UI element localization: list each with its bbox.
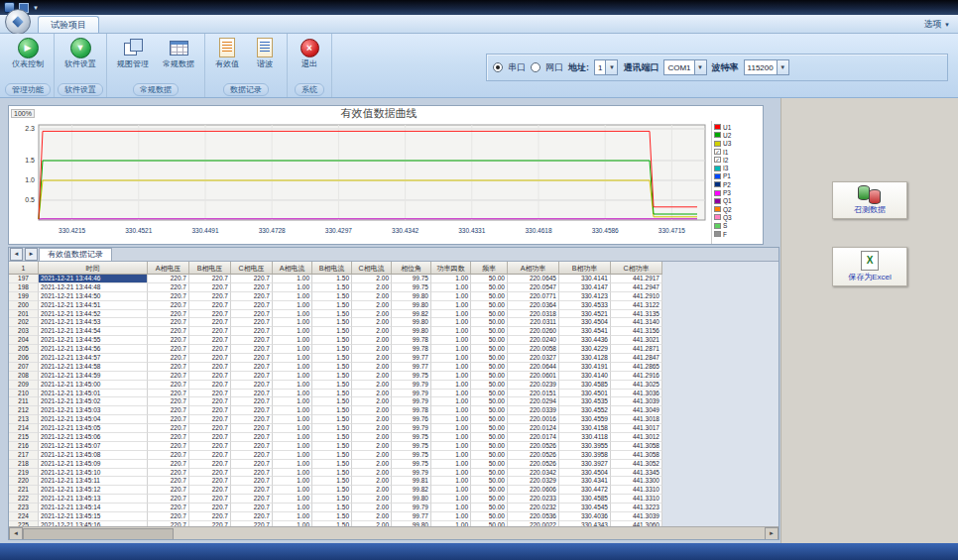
- cell[interactable]: 2.00: [352, 336, 392, 345]
- cell[interactable]: 50.00: [471, 460, 508, 469]
- table-row[interactable]: 2182021-12-21 13:45:09220.7220.7220.71.0…: [9, 460, 662, 469]
- cell[interactable]: 220.0329: [508, 477, 559, 486]
- cell[interactable]: 2.00: [352, 442, 392, 451]
- legend-item[interactable]: P3: [714, 188, 763, 196]
- cell[interactable]: 220.7: [148, 424, 189, 433]
- cell[interactable]: 2.00: [352, 406, 392, 415]
- cell[interactable]: 220.0771: [508, 292, 559, 301]
- table-nav-left-icon[interactable]: ◄: [10, 248, 23, 261]
- cell[interactable]: 1.00: [431, 451, 471, 460]
- cell[interactable]: 1.50: [312, 512, 352, 521]
- cell[interactable]: 220.7: [189, 275, 231, 283]
- cell[interactable]: 2.00: [352, 460, 392, 469]
- cell[interactable]: 441.3140: [611, 318, 662, 327]
- cell[interactable]: 220.7: [231, 354, 273, 363]
- cell[interactable]: 2021-12-21 13:45:06: [39, 433, 148, 442]
- cell[interactable]: 220.7: [148, 433, 189, 442]
- table-tab-rms-record[interactable]: 有效值数据记录: [39, 248, 112, 261]
- cell[interactable]: 220.0239: [508, 381, 559, 390]
- cell[interactable]: 220.7: [189, 486, 231, 495]
- cell[interactable]: 330.4533: [559, 301, 611, 310]
- cell[interactable]: 197: [9, 275, 39, 283]
- cell[interactable]: 2021-12-21 13:45:12: [39, 486, 148, 495]
- cell[interactable]: 2021-12-21 13:44:50: [39, 292, 148, 301]
- cell[interactable]: 1.50: [312, 327, 352, 336]
- comm-port-select[interactable]: COM1▼: [663, 59, 706, 75]
- cell[interactable]: 200: [9, 301, 39, 310]
- cell[interactable]: 441.3021: [611, 336, 662, 345]
- column-header[interactable]: A相电压: [148, 262, 189, 275]
- cell[interactable]: 220.7: [148, 469, 189, 478]
- cell[interactable]: 220.7: [231, 442, 273, 451]
- cell[interactable]: 220.7: [231, 495, 273, 504]
- cell[interactable]: 99.82: [392, 486, 431, 495]
- cell[interactable]: 2021-12-21 13:45:13: [39, 495, 148, 504]
- cell[interactable]: 220.7: [189, 397, 231, 406]
- cell[interactable]: 202: [9, 318, 39, 327]
- cell[interactable]: 2021-12-21 13:44:48: [39, 283, 148, 292]
- cell[interactable]: 441.3012: [611, 433, 662, 442]
- table-row[interactable]: 2222021-12-21 13:45:13220.7220.7220.71.0…: [9, 495, 662, 504]
- cell[interactable]: 1.00: [273, 433, 312, 442]
- legend-item[interactable]: S: [714, 222, 763, 230]
- cell[interactable]: 50.00: [471, 336, 508, 345]
- cell[interactable]: 220.7: [148, 381, 189, 390]
- cell[interactable]: 206: [9, 354, 39, 363]
- cell[interactable]: 1.00: [273, 301, 312, 310]
- column-header[interactable]: 1: [9, 262, 39, 275]
- cell[interactable]: 330.4141: [559, 275, 611, 283]
- cell[interactable]: 50.00: [471, 495, 508, 504]
- legend-item[interactable]: Q1: [714, 197, 763, 205]
- cell[interactable]: 1.00: [431, 397, 471, 406]
- cell[interactable]: 220.7: [189, 495, 231, 504]
- cell[interactable]: 220.7: [148, 372, 189, 381]
- cell[interactable]: 220.0016: [508, 415, 559, 424]
- cell[interactable]: 220: [9, 477, 39, 486]
- scroll-right-icon[interactable]: ►: [765, 527, 778, 540]
- cell[interactable]: 220.7: [189, 372, 231, 381]
- cell[interactable]: 220.7: [231, 275, 273, 283]
- cell[interactable]: 1.50: [312, 354, 352, 363]
- cell[interactable]: 2.00: [352, 495, 392, 504]
- cell[interactable]: 1.50: [312, 424, 352, 433]
- table-row[interactable]: 2132021-12-21 13:45:04220.7220.7220.71.0…: [9, 415, 662, 424]
- cell[interactable]: 1.50: [312, 292, 352, 301]
- scrollbar-thumb[interactable]: [23, 528, 174, 540]
- cell[interactable]: 220.7: [148, 363, 189, 372]
- cell[interactable]: 99.80: [392, 301, 431, 310]
- cell[interactable]: 330.4436: [559, 336, 611, 345]
- cell[interactable]: 441.2871: [611, 345, 662, 354]
- cell[interactable]: 330.4118: [559, 433, 611, 442]
- cell[interactable]: 2021-12-21 13:45:11: [39, 477, 148, 486]
- cell[interactable]: 330.3927: [559, 460, 611, 469]
- cell[interactable]: 50.00: [471, 504, 508, 512]
- cell[interactable]: 210: [9, 390, 39, 398]
- cell[interactable]: 50.00: [471, 451, 508, 460]
- cell[interactable]: 330.4472: [559, 486, 611, 495]
- legend-item[interactable]: U3: [714, 140, 763, 148]
- cell[interactable]: 50.00: [471, 301, 508, 310]
- cell[interactable]: 220.0233: [508, 495, 559, 504]
- cell[interactable]: 1.00: [273, 363, 312, 372]
- legend-item[interactable]: P1: [714, 172, 763, 180]
- cell[interactable]: 441.2916: [611, 372, 662, 381]
- cell[interactable]: 198: [9, 283, 39, 292]
- table-row[interactable]: 2122021-12-21 13:45:03220.7220.7220.71.0…: [9, 406, 662, 415]
- cell[interactable]: 330.4158: [559, 424, 611, 433]
- cell[interactable]: 441.3025: [611, 381, 662, 390]
- cell[interactable]: 1.00: [431, 363, 471, 372]
- cell[interactable]: 2.00: [352, 424, 392, 433]
- cell[interactable]: 220.7: [148, 390, 189, 398]
- cell[interactable]: 2.00: [352, 451, 392, 460]
- cell[interactable]: 220.7: [148, 460, 189, 469]
- cell[interactable]: 220.7: [189, 451, 231, 460]
- cell[interactable]: 220.7: [148, 397, 189, 406]
- table-row[interactable]: 2002021-12-21 13:44:51220.7220.7220.71.0…: [9, 301, 662, 310]
- table-row[interactable]: 1992021-12-21 13:44:50220.7220.7220.71.0…: [9, 292, 662, 301]
- cell[interactable]: 220.7: [148, 283, 189, 292]
- cell[interactable]: 1.50: [312, 301, 352, 310]
- cell[interactable]: 1.00: [431, 292, 471, 301]
- cell[interactable]: 441.3018: [611, 415, 662, 424]
- table-row[interactable]: 2022021-12-21 13:44:53220.7220.7220.71.0…: [9, 318, 662, 327]
- cell[interactable]: 1.00: [273, 283, 312, 292]
